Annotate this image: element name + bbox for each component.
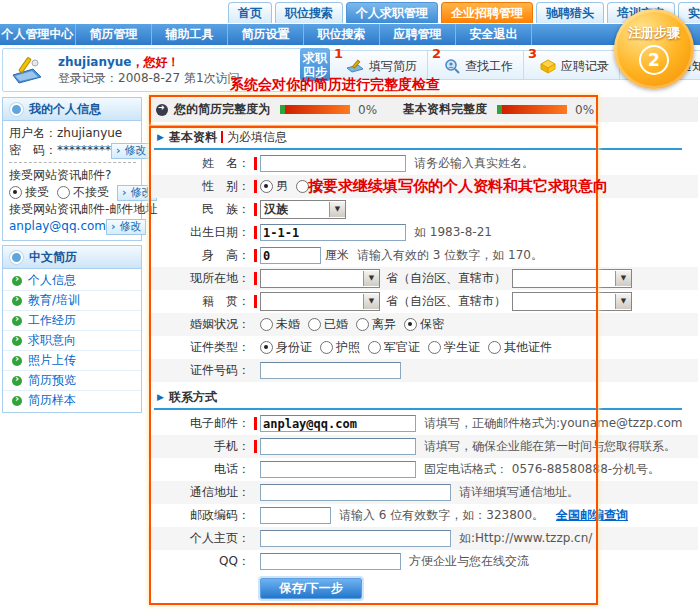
idtype-other-radio[interactable] [488,341,501,354]
field-hint: 如:Http://www.tzzp.cn/ [459,530,592,547]
idtype-idcard-radio[interactable] [260,341,273,354]
secondary-nav: 个人管理中心 简历管理 辅助工具 简历设置 职位搜索 应聘管理 安全退出 [0,24,700,45]
marriage-secret-radio[interactable] [404,318,417,331]
radio-decline-mail[interactable] [57,186,70,199]
nav-job-search[interactable]: 职位搜索 [304,24,380,45]
field-label: 性 别： [148,178,250,195]
name-input[interactable] [260,155,406,172]
qq-input[interactable] [260,553,401,570]
sidebar-item-work-history[interactable]: 工作经历 [3,311,141,331]
subscribe-email: anplay@qq.com [9,218,106,235]
location-city-select[interactable]: ▼ [512,269,632,288]
tab-job-search[interactable]: 职位搜索 [275,2,343,23]
idtype-military-radio[interactable] [368,341,381,354]
sidebar-item-personal-info[interactable]: 个人信息 [3,271,141,291]
row-qq: QQ： 方便企业与您在线交流 [148,550,698,573]
zipcode-input[interactable] [260,507,331,524]
green-arrow-icon [12,316,22,326]
arrow-circle-icon [156,104,168,116]
hometown-province-select[interactable]: ▼ [260,292,380,311]
radio-accept-mail[interactable] [9,186,22,199]
required-marker [254,440,257,453]
nav-resume-management[interactable]: 简历管理 [76,24,152,45]
progress-label-basic: 基本资料完整度 [403,101,487,118]
sidebar-item-education[interactable]: 教育/培训 [3,291,141,311]
address-input[interactable] [260,484,451,501]
nav-tools[interactable]: 辅助工具 [152,24,228,45]
marriage-single-radio[interactable] [260,318,273,331]
nav-personal-center[interactable]: 个人管理中心 [0,24,76,45]
row-id-number: 证件号码： [148,359,698,382]
province-caption: 省（自治区、直辖市） [386,270,506,287]
apply-record-icon [540,59,556,74]
panel-title: 我的个人信息 [29,101,101,118]
field-label: 手机： [148,438,250,455]
marriage-married-radio[interactable] [308,318,321,331]
field-label: 邮政编码： [148,507,250,524]
step-find-job[interactable]: 2 查找工作 [428,50,524,80]
row-address: 通信地址： 请详细填写通信地址。 [148,481,698,504]
dropdown-arrow-icon: ▼ [329,202,345,217]
login-record-value: 2008-8-27 第1次访问 [118,71,240,85]
location-province-select[interactable]: ▼ [260,269,380,288]
sidebar-item-job-intention[interactable]: 求职意向 [3,331,141,351]
green-arrow-icon [12,376,22,386]
modify-password-button[interactable]: 修改 [111,143,151,159]
field-hint: 如 1983-8-21 [414,224,492,241]
annotation-completeness-check: 系统会对你的简历进行完整度检查 [230,76,440,94]
save-next-button[interactable]: 保存/下一步 [260,578,362,599]
write-resume-icon [346,59,364,73]
greeting-text: zhujianyue，您好！ 登录记录：2008-8-27 第1次访问 [58,54,240,86]
idtype-student-radio[interactable] [428,341,441,354]
section-basic-info: ▶ 基本资料 为必填信息 [154,126,682,150]
height-input[interactable] [260,247,321,264]
sidebar-item-resume-sample[interactable]: 简历样本 [3,391,141,410]
row-birthdate: 出生日期： 如 1983-8-21 [148,221,698,244]
step-apply-records[interactable]: 3 应聘记录 [524,50,620,80]
triangle-icon: ▶ [157,392,164,402]
phone-input[interactable] [260,461,416,478]
zipcode-lookup-link[interactable]: 全国邮编查询 [556,507,628,524]
field-label: 通信地址： [148,484,250,501]
id-number-input[interactable] [260,362,401,379]
email-input[interactable] [260,415,416,432]
hometown-city-select[interactable]: ▼ [512,292,632,311]
tab-home[interactable]: 首页 [228,2,272,23]
sidebar-item-resume-preview[interactable]: 简历预览 [3,371,141,391]
field-label: 身 高： [148,247,250,264]
notepad-pencil-icon [11,55,45,85]
gender-male-radio[interactable] [260,180,273,193]
tab-enterprise-recruit[interactable]: 企业招聘管理 [441,2,533,23]
marriage-divorced-radio[interactable] [356,318,369,331]
panel-title: 中文简历 [29,249,77,266]
row-hometown: 籍 贯： ▼ 省（自治区、直辖市） ▼ [148,290,698,313]
modify-email-button[interactable]: 修改 [106,219,146,235]
sidebar-item-photo-upload[interactable]: 照片上传 [3,351,141,371]
row-homepage: 个人主页： 如:Http://www.tzzp.cn/ [148,527,698,550]
homepage-input[interactable] [260,530,451,547]
nav-apply-management[interactable]: 应聘管理 [380,24,456,45]
green-arrow-icon [12,336,22,346]
field-hint: 请详细填写通信地址。 [459,484,579,501]
annotation-fill-instruction: 按要求继续填写你的个人资料和其它求职意向 [308,177,608,196]
field-hint: 请务必输入真实姓名。 [414,155,534,172]
birthdate-input[interactable] [260,224,406,241]
tab-headhunt[interactable]: 驰聘猎头 [536,2,604,23]
required-marker [254,295,257,308]
tab-personal-job-management[interactable]: 个人求职管理 [346,2,438,23]
step-number: 2 [432,46,441,61]
idtype-passport-radio[interactable] [320,341,333,354]
row-phone: 电话： 固定电话格式： 0576-88580888-分机号。 [148,458,698,481]
nation-select[interactable]: 汉族 ▼ [260,200,346,219]
divider [9,162,136,163]
nav-logout[interactable]: 安全退出 [456,24,532,45]
basic-info-form: ▶ 基本资料 为必填信息 姓 名： 请务必输入真实姓名。 性 别： 男 女 [148,126,698,603]
mobile-input[interactable] [260,438,416,455]
section-contact: ▶ 联系方式 [154,386,682,410]
field-label: 电话： [148,461,250,478]
row-save: 保存/下一步 [148,573,698,603]
required-marker [254,226,257,239]
row-mobile: 手机： 请填写，确保企业能在第一时间与您取得联系。 [148,435,698,458]
page: 首页 职位搜索 个人求职管理 企业招聘管理 驰聘猎头 培训充电 实用资讯 个人管… [0,0,700,612]
nav-resume-settings[interactable]: 简历设置 [228,24,304,45]
